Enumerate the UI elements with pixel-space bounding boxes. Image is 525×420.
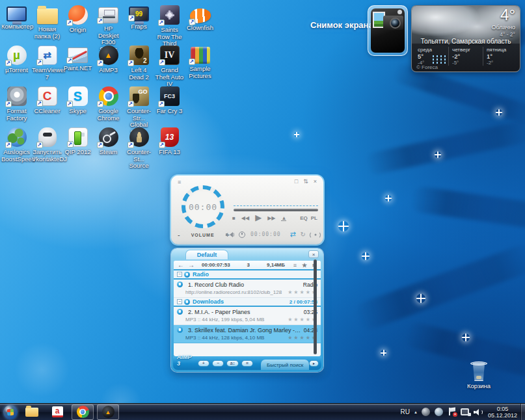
- elapsed-time: 00:00:00: [250, 231, 281, 237]
- shuffle-icon[interactable]: ⇄: [289, 230, 295, 239]
- weather-copyright: © Foreca: [416, 64, 438, 70]
- playlist-scrollbar[interactable]: [314, 259, 317, 354]
- player-menu-icon[interactable]: ≡: [178, 179, 181, 185]
- playlist-group-radio[interactable]: −Radio: [174, 270, 321, 280]
- sort-tracks-button[interactable]: a↕: [226, 360, 238, 367]
- desktop-icon-saints-row[interactable]: ↗Saints Row The Third: [154, 5, 185, 47]
- l4d2-glyph: 2: [143, 57, 147, 64]
- desktop-icon-fifa13[interactable]: 13↗FIFA 13: [154, 127, 185, 156]
- eject-button[interactable]: ▲: [281, 216, 286, 221]
- playlist-track[interactable]: 3. Skrillex feat. Damian Jr. Gong Marley…: [174, 325, 321, 343]
- track-title: 3. Skrillex feat. Damian Jr. Gong Marley…: [188, 327, 301, 334]
- sleep-timer-icon[interactable]: [239, 231, 245, 238]
- desktop-icon-auslogics[interactable]: ↗Auslogics BoostSpeed: [1, 127, 32, 163]
- shortcut-arrow-icon: ↗: [188, 18, 195, 25]
- language-indicator[interactable]: RU: [401, 408, 410, 415]
- weather-day-low: -5°: [452, 60, 483, 66]
- desktop-icon-new-folder[interactable]: Новая папка (2): [32, 5, 62, 40]
- collapse-icon[interactable]: −: [177, 272, 182, 277]
- desktop-icon-steam[interactable]: ↗Steam: [93, 127, 124, 156]
- fir-branch-decor: [409, 185, 525, 231]
- playlist-menu-button[interactable]: ≡: [241, 360, 253, 367]
- desktop-icon-paint-net[interactable]: ↗Paint.NET: [62, 46, 93, 72]
- desktop-icon-computer[interactable]: Компьютер: [1, 5, 32, 31]
- desktop-icon-ccleaner[interactable]: C↗CCleaner: [32, 86, 62, 115]
- transport-controls: ■ ◀◀ ▶ ▶▶ ▲ EQ PL: [232, 214, 321, 222]
- player-close-icon[interactable]: ×: [314, 178, 317, 185]
- desktop-icon-chrome[interactable]: ↗Google Chrome: [93, 86, 124, 122]
- desktop-icon-qip2012[interactable]: ↗QIP 2012: [62, 127, 93, 156]
- tray-app-icon[interactable]: [435, 408, 444, 417]
- network-icon[interactable]: [461, 408, 470, 417]
- fifa13-glyph: 13: [165, 133, 174, 142]
- shortcut-arrow-icon: ↗: [128, 142, 134, 148]
- start-button[interactable]: [3, 405, 18, 419]
- progress-bar[interactable]: [234, 209, 318, 211]
- app-a-icon: a: [52, 406, 63, 417]
- desktop-icon-clownfish[interactable]: ↗Clownfish: [185, 5, 215, 32]
- clock[interactable]: 0:05 05.12.2012: [488, 406, 517, 419]
- player-maximize-icon[interactable]: □: [295, 178, 298, 185]
- desktop-icon-label: AIMP3: [93, 67, 124, 74]
- desktop-icon-fraps[interactable]: 99↗Fraps: [124, 5, 154, 31]
- stop-button[interactable]: ■: [232, 215, 236, 221]
- shortcut-arrow-icon: ↗: [36, 142, 43, 148]
- desktop-icon-sample-pictures[interactable]: ↗Sample Pictures: [185, 46, 215, 79]
- shortcut-arrow-icon: ↗: [189, 59, 195, 65]
- jump-forward-icon[interactable]: →: [188, 261, 195, 269]
- tray-steam-icon[interactable]: [422, 408, 431, 417]
- desktop-icon-label: Auslogics BoostSpeed: [1, 149, 32, 163]
- repeat-icon[interactable]: ↻: [301, 231, 306, 238]
- desktop-icon-utorrent[interactable]: µ↗µTorrent: [1, 46, 32, 74]
- paint-net-icon: ↗: [68, 47, 88, 63]
- playlist-group-downloads[interactable]: −Downloads2 / 00:07:53: [174, 298, 321, 307]
- internet-radio-icon[interactable]: [311, 231, 319, 238]
- track-bullet-icon: [177, 309, 183, 315]
- remove-track-button[interactable]: −: [212, 360, 224, 367]
- playlist-track[interactable]: 2. M.I.A. - Paper Planes03:25MP3 :: 44 k…: [174, 307, 321, 325]
- rating-star-icon[interactable]: ★: [302, 262, 307, 269]
- playlist-track[interactable]: 1. Record Club RadioRadiohttp://online.r…: [174, 280, 321, 298]
- volume-minus-button[interactable]: -: [178, 231, 180, 239]
- playlist-sort-icon[interactable]: ≡: [293, 262, 297, 269]
- add-track-button[interactable]: +: [198, 360, 209, 367]
- play-button[interactable]: ▶: [255, 213, 262, 222]
- taskbar-explorer-button[interactable]: [21, 404, 43, 420]
- next-button[interactable]: ▶▶: [267, 215, 275, 221]
- track-detail: http://online.radiorecord.ru:8102/club_1…: [185, 289, 288, 295]
- desktop-icon-label: Saints Row The Third: [154, 27, 185, 47]
- player-compact-mode-icon[interactable]: ⇅: [303, 178, 308, 185]
- taskbar-chrome-button[interactable]: [72, 404, 94, 420]
- taskbar-aimp-button[interactable]: ▲: [97, 404, 119, 420]
- desktop-icon-vkontaktedj[interactable]: ↗Запустить VkontakteDJ: [32, 127, 62, 163]
- hidden-icons-arrow[interactable]: ▲: [414, 410, 418, 414]
- desktop-icon-skype[interactable]: S↗Skype: [62, 86, 93, 115]
- weather-widget[interactable]: 4° Облачно 4° - 2° Тольятти, Самарская о…: [411, 5, 520, 72]
- volume-icon[interactable]: [474, 408, 483, 417]
- screenshot-gadget[interactable]: [368, 5, 408, 56]
- desktop-icon-farcry3[interactable]: FC3↗Far Cry 3: [154, 86, 185, 115]
- equalizer-button[interactable]: EQ: [300, 215, 308, 221]
- taskbar-app-a-button[interactable]: a: [46, 404, 68, 420]
- desktop-icon-l4d2[interactable]: 2↗Left 4 Dead 2: [124, 46, 154, 81]
- shortcut-arrow-icon: ↗: [128, 15, 135, 21]
- search-options-button[interactable]: ►: [309, 360, 319, 367]
- desktop-icon-gta4[interactable]: IV↗Grand Theft Auto IV: [154, 46, 185, 88]
- desktop-icon-recycle-bin[interactable]: Корзина: [462, 361, 496, 390]
- quick-search-field[interactable]: Быстрый поиск: [261, 360, 309, 370]
- playlist-close-icon[interactable]: ×: [308, 250, 319, 258]
- volume-knob[interactable]: 00:00: [182, 185, 224, 228]
- show-desktop-button[interactable]: [520, 404, 525, 420]
- speaker-icon[interactable]: [226, 231, 234, 238]
- desktop-icon-css[interactable]: ↗Counter-St... Source: [124, 127, 154, 170]
- action-center-flag-icon[interactable]: ×: [448, 408, 457, 417]
- playlist-tab-default[interactable]: Default: [185, 250, 228, 259]
- jump-back-icon[interactable]: ←: [178, 261, 184, 269]
- collapse-icon[interactable]: −: [177, 299, 182, 304]
- desktop-icon-format-factory[interactable]: ↗Format Factory: [1, 86, 32, 122]
- desktop-icon-aimp3[interactable]: ▲↗AIMP3: [93, 46, 124, 74]
- previous-button[interactable]: ◀◀: [241, 215, 249, 221]
- desktop-icon-teamviewer[interactable]: ⇄↗TeamViewer 7: [32, 46, 62, 81]
- playlist-toggle-button[interactable]: PL: [311, 215, 317, 221]
- desktop-icon-origin[interactable]: ↗Origin: [62, 5, 93, 34]
